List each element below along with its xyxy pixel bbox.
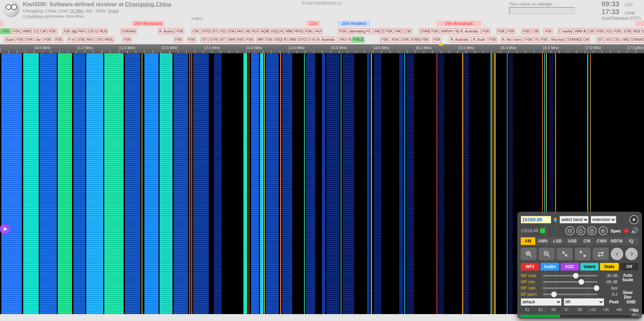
freq-label[interactable]: HFDL <box>293 28 303 34</box>
freq-label[interactable]: FSK <box>391 37 400 43</box>
auto-scale-button[interactable]: Auto Scale <box>620 273 635 282</box>
mode-nbfm-button[interactable]: NBFM <box>609 237 624 245</box>
freq-label[interactable]: R. Austra <box>158 28 175 34</box>
freq-label[interactable]: FSK <box>488 37 497 43</box>
owner-email[interactable]: Email:mail@amiya.cc <box>302 1 342 6</box>
record-button[interactable] <box>624 228 629 233</box>
freq-label[interactable]: SIT <box>211 28 218 34</box>
freq-label[interactable]: SIT <box>218 37 226 43</box>
freq-label[interactable]: freq hop <box>550 37 565 43</box>
freq-label[interactable]: PACS <box>373 28 384 34</box>
freq-label[interactable]: FSK <box>432 37 441 43</box>
mode-amn-button[interactable]: AMN <box>536 237 551 245</box>
freq-label[interactable]: dar <box>35 37 42 43</box>
freq-label[interactable]: FSK <box>521 28 530 34</box>
peak-button[interactable]: Peak <box>606 299 621 305</box>
freq-label[interactable]: SIT <box>200 37 208 43</box>
band-bar[interactable] <box>0 21 3 26</box>
zoom-in-button[interactable] <box>588 226 597 235</box>
freq-label[interactable]: narro <box>512 37 524 43</box>
freq-label[interactable]: SITO <box>200 28 210 34</box>
freq-label[interactable]: VMW A <box>573 28 586 34</box>
freq-label[interactable]: CW <box>582 37 590 43</box>
freq-label[interactable]: R. Australia <box>459 28 481 34</box>
extension-select[interactable]: extension <box>591 216 616 223</box>
freq-label[interactable]: FSK <box>235 37 244 43</box>
band-select[interactable]: select band <box>560 216 589 223</box>
speaker-icon[interactable]: 🔊 <box>631 227 638 235</box>
freq-label[interactable]: FSK <box>175 28 184 34</box>
title-location-link[interactable]: Chongqing,China <box>125 1 171 7</box>
freq-label[interactable]: STANAG <box>629 37 644 43</box>
tab-wf2[interactable]: WF2 <box>521 263 539 270</box>
page-left-button[interactable] <box>611 248 623 260</box>
freq-label[interactable]: FSK <box>12 28 21 34</box>
slider-thumb[interactable] <box>594 285 599 291</box>
slider-thumb[interactable] <box>579 279 584 285</box>
freq-label[interactable]: FSK <box>430 28 439 34</box>
freq-label[interactable]: CIS-12 RUS <box>87 28 107 34</box>
side-play-button[interactable] <box>0 224 10 234</box>
freq-label[interactable]: FSK <box>420 37 429 43</box>
freq-label[interactable]: FAX <box>235 28 244 34</box>
freq-label[interactable]: STAN <box>409 37 420 43</box>
frequency-input[interactable] <box>521 216 551 223</box>
tab-off[interactable]: Off <box>620 263 638 270</box>
zoom-in-max-button[interactable] <box>599 226 608 235</box>
freq-label[interactable]: FSK <box>384 28 393 34</box>
freq-label[interactable]: XS <box>219 28 226 34</box>
freq-label[interactable]: CW <box>39 28 47 34</box>
freq-label[interactable]: FSK <box>497 28 506 34</box>
freq-label[interactable]: HLF <box>251 28 259 34</box>
mode-cwn-button[interactable]: CWN <box>594 237 609 245</box>
freq-label[interactable]: FSK <box>481 28 490 34</box>
freq-label[interactable]: WWVH / W <box>440 28 458 34</box>
freq-label[interactable]: PSK31 <box>352 37 364 43</box>
mode-lsb-button[interactable]: LSB <box>550 237 565 245</box>
aperture-select[interactable]: IIR <box>564 298 605 306</box>
collapse-button[interactable] <box>557 248 573 260</box>
credit-link[interactable]: © bluebison.net <box>23 14 50 18</box>
freq-label[interactable]: FAX <box>85 37 94 43</box>
freq-label[interactable]: STA <box>400 37 409 43</box>
zoom-out-button[interactable] <box>576 226 585 235</box>
freq-label[interactable]: JT65 <box>0 28 11 34</box>
slider-thumb[interactable] <box>573 273 579 278</box>
freq-label[interactable]: F m <box>67 37 75 43</box>
slider-track[interactable] <box>543 287 598 289</box>
gnd-button[interactable]: GND <box>624 299 638 305</box>
freq-label[interactable]: PAC <box>394 28 403 34</box>
freq-label[interactable]: R <box>283 37 287 43</box>
freq-label[interactable]: R <box>279 28 284 34</box>
tab-agc[interactable]: AGC <box>561 263 579 270</box>
freq-label[interactable]: XSQ <box>273 37 282 43</box>
zoom-out-waterfall-button[interactable] <box>539 248 555 260</box>
mode-iq-button[interactable]: IQ <box>624 237 638 245</box>
freq-label[interactable]: FAX <box>314 28 323 34</box>
freq-label[interactable]: C marke <box>557 28 572 34</box>
freq-label[interactable]: AQR <box>260 28 269 34</box>
swap-button[interactable] <box>593 248 609 260</box>
freq-label[interactable]: STA <box>264 37 272 43</box>
freq-label[interactable]: Supe <box>4 37 15 43</box>
mode-cw-button[interactable]: CW <box>580 237 595 245</box>
freq-label[interactable]: XS <box>605 37 611 43</box>
page-right-button[interactable] <box>625 248 638 260</box>
expand-button[interactable] <box>575 248 591 260</box>
freq-label[interactable]: STA <box>76 37 84 43</box>
freq-label[interactable]: FAX VI <box>339 37 351 43</box>
freq-label[interactable]: CIS- <box>612 37 621 43</box>
freq-label[interactable]: FSK <box>48 28 57 34</box>
freq-label[interactable]: FSK <box>43 37 52 43</box>
freq-label[interactable]: STANAG <box>566 37 581 43</box>
freq-label[interactable]: R. Australia <box>316 37 337 43</box>
freq-label[interactable]: FSK <box>596 28 605 34</box>
slider-track[interactable] <box>543 294 598 295</box>
band-bar[interactable]: 25m Broadcast <box>132 21 164 26</box>
freq-label[interactable]: FSK <box>380 37 389 43</box>
freq-label[interactable]: FSK <box>613 28 622 34</box>
freq-label[interactable]: M <box>245 28 250 34</box>
freq-label[interactable]: FSK <box>54 37 63 43</box>
colormap-select[interactable]: default <box>521 298 562 306</box>
tab-audio[interactable]: Audio <box>540 263 559 270</box>
